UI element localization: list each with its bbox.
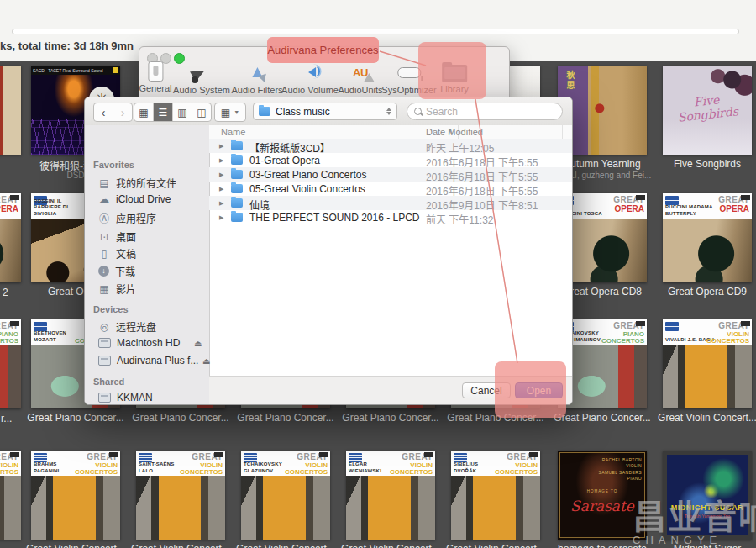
sidebar-label: 文稿 <box>116 246 136 261</box>
album-cover[interactable]: GREATPIANOCONCERTOS <box>0 319 21 408</box>
sidebar-label: 我的所有文件 <box>116 176 176 190</box>
cover-title-chinese: 秋思 <box>564 71 576 91</box>
list-header[interactable]: Name ∧ Date Modified <box>209 125 572 140</box>
sidebar-label: 下载 <box>115 264 135 278</box>
album-cover[interactable]: Five Songbirds <box>663 66 752 155</box>
icon-view-button[interactable]: ▦ <box>134 103 154 121</box>
sidebar-item-audirvana-plus[interactable]: Audirvana Plus f...⏏ <box>98 355 198 366</box>
disclosure-triangle-icon[interactable]: ▶ <box>219 200 223 207</box>
album-series-title: GREATVIOLINCONCERTOS <box>706 322 749 345</box>
album-cell-r4c0-partial[interactable]: GREATVIOLINCONCERTOS <box>0 451 21 548</box>
album-cell-violin-saintsaens[interactable]: SAINT-SAËNS LALOGREATVIOLINCONCERTOSGrea… <box>136 451 225 548</box>
forward-button[interactable]: › <box>113 103 132 121</box>
sidebar-item-remote-disc[interactable]: ◎远程光盘 <box>98 319 156 334</box>
file-row[interactable]: ▶05-Great Violin Concertos2016年6月18日 下午5… <box>209 182 572 196</box>
sidebar-item-kkman[interactable]: KKMAN <box>98 392 153 403</box>
progress-track[interactable] <box>12 29 739 34</box>
album-cover[interactable] <box>0 66 21 155</box>
album-cover[interactable]: GREATVIOLINCONCERTOS <box>0 451 21 540</box>
prefs-tab-audio-volume[interactable]: Audio Volume <box>281 61 339 95</box>
prefs-tab-audio-filters[interactable]: Audio Filters <box>231 61 282 95</box>
album-cover[interactable]: PUCCINI MADAMA BUTTERFLYGREATOPERA <box>663 193 752 282</box>
sidebar-item-movies[interactable]: ▦影片 <box>98 282 136 296</box>
dialog-toolbar: ‹ › ▦ ☰ ▥ ◫ ▦▼ Class music Search <box>85 97 572 126</box>
prefs-tab-audiounits[interactable]: AU AudioUnits <box>338 61 382 95</box>
audiounits-icon: AU <box>353 61 368 83</box>
disclosure-triangle-icon[interactable]: ▶ <box>219 171 223 178</box>
sidebar-item-all-files[interactable]: ▤我的所有文件 <box>98 176 176 190</box>
album-title-fragment: 2 <box>3 287 8 298</box>
sidebar-item-downloads[interactable]: ↓下载 <box>98 264 135 278</box>
sidebar-label: iCloud Drive <box>116 193 171 205</box>
sidebar-label: Audirvana Plus f... <box>117 355 198 366</box>
file-row[interactable]: ▶01-Great Opera2016年6月18日 下午5:55 <box>209 153 572 167</box>
column-view-button[interactable]: ▥ <box>173 103 192 121</box>
album-cover[interactable]: GREATOPERA <box>0 193 21 282</box>
series-line: OPERA <box>0 205 18 214</box>
album-cover[interactable]: ELGAR WIENIAWSKIGREATVIOLINCONCERTOS <box>346 451 435 540</box>
album-cell-violin-elgar[interactable]: ELGAR WIENIAWSKIGREATVIOLINCONCERTOSGrea… <box>346 451 435 548</box>
sidebar-item-documents[interactable]: ▯文稿 <box>98 246 136 261</box>
album-title: Great Violin Concert... <box>233 543 339 548</box>
sidebar-label: 应用程序 <box>116 211 156 225</box>
album-title: Great Violin Concert... <box>654 412 756 424</box>
file-row[interactable]: ▶THE PERFECT SOUND 2016 - LPCD前天 下午11:32 <box>209 210 572 224</box>
album-cover[interactable]: VIVALDI J.S. BACHGREATVIOLINCONCERTOS <box>663 319 752 408</box>
album-art <box>451 476 540 540</box>
name-column-header[interactable]: Name <box>221 127 245 137</box>
sidebar-label: 远程光盘 <box>116 319 156 334</box>
sidebar-item-macintosh-hd[interactable]: Macintosh HD⏏ <box>98 337 180 349</box>
album-band: TCHAIKOVSKY GLAZUNOVGREATVIOLINCONCERTOS <box>241 451 330 476</box>
applications-icon: Ⓐ <box>98 211 110 225</box>
film-icon: ▦ <box>98 283 110 295</box>
album-cell-r1c0-partial[interactable] <box>0 66 21 187</box>
search-input[interactable]: Search <box>407 103 563 120</box>
album-cell-violin-tchaikovsky[interactable]: TCHAIKOVSKY GLAZUNOVGREATVIOLINCONCERTOS… <box>241 451 330 548</box>
album-band: SAINT-SAËNS LALOGREATVIOLINCONCERTOS <box>136 451 225 476</box>
location-value: Class music <box>276 106 386 118</box>
file-row[interactable]: ▶仙境2016年9月10日 下午8:51 <box>209 196 572 210</box>
series-line: GREAT <box>613 196 644 205</box>
disclosure-triangle-icon[interactable]: ▶ <box>219 214 223 221</box>
file-name: 01-Great Opera <box>249 155 320 166</box>
coverflow-view-button[interactable]: ◫ <box>192 103 211 121</box>
disclosure-triangle-icon[interactable]: ▶ <box>219 143 223 150</box>
album-cover[interactable]: BRAHMS PAGANINIGREATVIOLINCONCERTOS <box>31 451 120 540</box>
album-cover[interactable]: SIBELIUS DVOŘÁKGREATVIOLINCONCERTOS <box>451 451 540 540</box>
album-cover[interactable]: TCHAIKOVSKY GLAZUNOVGREATVIOLINCONCERTOS <box>241 451 330 540</box>
location-dropdown[interactable]: Class music <box>253 103 397 120</box>
disclosure-triangle-icon[interactable]: ▶ <box>219 157 223 164</box>
album-series-title: GREATOPERA <box>0 196 18 213</box>
album-cell-violin-brahms[interactable]: BRAHMS PAGANINIGREATVIOLINCONCERTOSGreat… <box>31 451 120 548</box>
file-name: 03-Great Piano Concertos <box>249 169 366 181</box>
album-cell-violin-vivaldi[interactable]: VIVALDI J.S. BACHGREATVIOLINCONCERTOSGre… <box>663 319 752 441</box>
album-band: ELGAR WIENIAWSKIGREATVIOLINCONCERTOS <box>346 451 435 476</box>
column-divider[interactable] <box>562 125 563 139</box>
file-row[interactable]: ▶【新报纸版3CD】昨天 上午12:05 <box>209 139 572 153</box>
eject-icon[interactable]: ⏏ <box>194 339 202 348</box>
album-series-title: GREATVIOLINCONCERTOS <box>180 453 223 476</box>
back-button[interactable]: ‹ <box>94 103 113 121</box>
series-line: GREAT <box>402 453 433 462</box>
album-cell-five-songbirds[interactable]: Five SongbirdsFive Songbirds <box>663 66 752 187</box>
sidebar-label: KKMAN <box>117 392 153 403</box>
date-column-header[interactable]: Date Modified <box>426 127 483 137</box>
prefs-tab-audio-system[interactable]: Audio System <box>173 61 230 95</box>
open-file-dialog: ‹ › ▦ ☰ ▥ ◫ ▦▼ Class music Search Favori… <box>84 97 573 405</box>
album-art <box>241 476 330 540</box>
album-cell-great-opera-cd9[interactable]: PUCCINI MADAMA BUTTERFLYGREATOPERAGreat … <box>663 193 752 315</box>
sidebar-item-icloud[interactable]: ☁iCloud Drive <box>98 193 171 205</box>
series-line: GREAT <box>718 322 749 331</box>
prefs-tab-general[interactable]: General <box>139 61 171 93</box>
eject-icon[interactable]: ⏏ <box>202 356 210 366</box>
disclosure-triangle-icon[interactable]: ▶ <box>219 186 223 192</box>
file-row[interactable]: ▶03-Great Piano Concertos2016年6月18日 下午5:… <box>209 167 572 182</box>
list-view-button[interactable]: ☰ <box>154 103 173 121</box>
album-band: GREATVIOLINCONCERTOS <box>0 451 21 476</box>
album-cover[interactable]: SAINT-SAËNS LALOGREATVIOLINCONCERTOS <box>136 451 225 540</box>
arrange-menu-button[interactable]: ▦▼ <box>215 103 245 121</box>
sidebar-item-desktop[interactable]: ⊡桌面 <box>98 229 136 244</box>
album-cell-violin-sibelius[interactable]: SIBELIUS DVOŘÁKGREATVIOLINCONCERTOSGreat… <box>451 451 540 548</box>
sidebar-item-applications[interactable]: Ⓐ应用程序 <box>98 211 156 225</box>
album-band: GREATPIANOCONCERTOS <box>0 319 21 345</box>
